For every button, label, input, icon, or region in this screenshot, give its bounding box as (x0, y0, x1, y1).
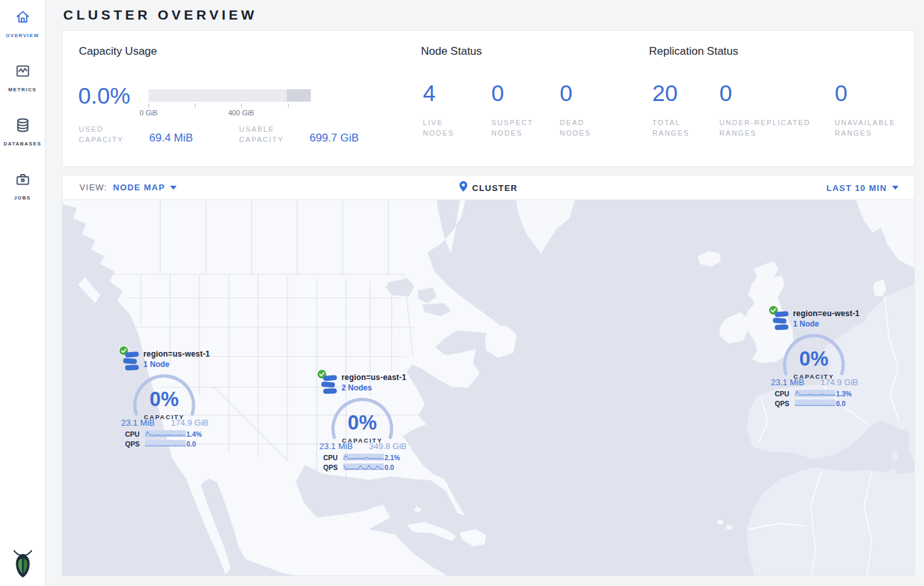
capacity-bar (149, 89, 311, 102)
suspect-nodes-stat: 0 SUSPECT NODES (491, 81, 545, 138)
dead-nodes-label: DEAD NODES (560, 117, 605, 138)
live-nodes-value: 4 (423, 81, 469, 104)
sidebar: OVERVIEW METRICS DATABASES (0, 0, 46, 586)
capacity-tick-label-400: 400 GiB (222, 109, 261, 117)
cluster-summary-card: Capacity Usage 0.0% 0 GiB 400 GiB USED C… (62, 30, 915, 167)
cpu-value: 2.1% (384, 454, 405, 461)
qps-sparkline (343, 463, 384, 470)
unavailable-ranges-label: UNAVAILABLE RANGES (835, 117, 906, 138)
breadcrumb[interactable]: CLUSTER (472, 183, 518, 193)
total-ranges-label: TOTAL RANGES (652, 117, 699, 138)
capacity-bar-ticks (149, 104, 311, 108)
total-ranges-value: 20 (652, 81, 699, 104)
node-count-label: 2 Nodes (341, 383, 372, 392)
node-map: region=us-west-1 1 Node 0% CAPACITY 23.1… (63, 200, 914, 576)
used-value: 23.1 MiB (121, 418, 154, 428)
metrics-icon (14, 63, 31, 82)
sidebar-item-overview[interactable]: OVERVIEW (0, 0, 45, 54)
main-content: CLUSTER OVERVIEW Capacity Usage 0.0% 0 G… (46, 0, 915, 586)
node-count-label: 1 Node (143, 360, 169, 369)
used-capacity-label: USED CAPACITY (79, 124, 139, 145)
page-title: CLUSTER OVERVIEW (63, 7, 906, 23)
node-status-title: Node Status (421, 45, 482, 58)
cpu-value: 1.3% (836, 390, 857, 398)
under-replicated-ranges-stat: 0 UNDER-REPLICATED RANGES (719, 81, 829, 138)
locality-marker-us-east-1[interactable]: region=us-east-1 2 Nodes 0% CAPACITY 23.… (317, 368, 409, 475)
live-nodes-label: LIVE NODES (423, 117, 469, 138)
gauge-percent: 0% (782, 347, 846, 371)
capacity-gauge: 0% CAPACITY (132, 374, 196, 437)
usable-value: 349.8 GiB (369, 441, 407, 451)
usable-capacity-label: USABLE CAPACITY (239, 124, 304, 145)
map-toolbar: VIEW: NODE MAP CLUSTER LAST 10 MIN (63, 175, 914, 200)
view-selector[interactable]: NODE MAP (113, 183, 177, 192)
capacity-usage-title: Capacity Usage (79, 45, 157, 58)
qps-sparkline (145, 440, 186, 447)
unavailable-ranges-value: 0 (835, 81, 906, 104)
node-map-card: VIEW: NODE MAP CLUSTER LAST 10 MIN (62, 175, 915, 576)
qps-value: 0.0 (384, 463, 405, 471)
sidebar-item-label: JOBS (14, 195, 31, 201)
view-selector-value: NODE MAP (113, 183, 166, 192)
suspect-nodes-label: SUSPECT NODES (491, 117, 545, 138)
qps-label: QPS (775, 400, 793, 407)
cockroachdb-logo (10, 548, 35, 582)
sidebar-item-label: METRICS (8, 87, 37, 93)
qps-value: 0.0 (836, 400, 857, 407)
sidebar-item-jobs[interactable]: JOBS (0, 162, 45, 216)
node-stack-icon (123, 351, 140, 374)
capacity-bar-other-segment (287, 89, 311, 102)
total-ranges-stat: 20 TOTAL RANGES (652, 81, 699, 138)
live-nodes-stat: 4 LIVE NODES (423, 81, 469, 138)
node-stack-icon (772, 311, 790, 334)
used-value: 23.1 MiB (319, 441, 353, 451)
dead-nodes-stat: 0 DEAD NODES (560, 81, 605, 138)
node-stack-icon (321, 375, 338, 398)
usable-value: 174.9 GiB (820, 377, 858, 387)
gauge-percent: 0% (330, 411, 394, 435)
qps-label: QPS (323, 463, 341, 471)
usable-value: 174.9 GiB (171, 418, 209, 428)
sidebar-item-metrics[interactable]: METRICS (0, 54, 45, 108)
region-label: region=eu-west-1 (793, 309, 859, 318)
home-icon (14, 8, 31, 28)
capacity-used-percent: 0.0% (78, 84, 130, 107)
cpu-label: CPU (775, 390, 793, 398)
used-capacity-value: 69.4 MiB (149, 132, 193, 145)
cpu-label: CPU (125, 430, 143, 438)
locality-marker-eu-west-1[interactable]: region=eu-west-1 1 Node 0% CAPACITY 23.1… (768, 304, 861, 411)
cpu-value: 1.4% (186, 430, 207, 438)
gauge-percent: 0% (132, 388, 196, 411)
cpu-label: CPU (323, 454, 341, 461)
locality-marker-us-west-1[interactable]: region=us-west-1 1 Node 0% CAPACITY 23.1… (119, 345, 211, 452)
under-replicated-ranges-value: 0 (719, 81, 829, 104)
suspect-nodes-value: 0 (491, 81, 545, 104)
sidebar-item-databases[interactable]: DATABASES (0, 108, 45, 162)
time-range-selector[interactable]: LAST 10 MIN (826, 175, 899, 200)
sidebar-item-label: OVERVIEW (6, 33, 40, 38)
capacity-tick-label-0: 0 GiB (129, 109, 168, 117)
unavailable-ranges-stat: 0 UNAVAILABLE RANGES (835, 81, 906, 138)
node-count-label: 1 Node (793, 319, 819, 329)
location-pin-icon (459, 181, 467, 194)
capacity-gauge: 0% CAPACITY (330, 397, 394, 461)
region-label: region=us-west-1 (143, 349, 210, 359)
dead-nodes-value: 0 (560, 81, 605, 104)
under-replicated-ranges-label: UNDER-REPLICATED RANGES (719, 117, 829, 138)
qps-value: 0.0 (186, 440, 207, 448)
chevron-down-icon (170, 186, 177, 190)
qps-sparkline (795, 400, 835, 406)
briefcase-icon (14, 171, 31, 190)
view-label: VIEW: (79, 183, 108, 192)
chevron-down-icon (892, 186, 899, 190)
replication-status-title: Replication Status (649, 45, 738, 58)
app-window: OVERVIEW METRICS DATABASES (0, 0, 924, 586)
cpu-sparkline (145, 430, 186, 437)
used-value: 23.1 MiB (771, 377, 804, 387)
cpu-sparkline (343, 454, 384, 460)
usable-capacity-value: 699.7 GiB (310, 132, 359, 145)
database-icon (14, 117, 31, 136)
cpu-sparkline (795, 390, 835, 396)
qps-label: QPS (125, 440, 143, 448)
region-label: region=us-east-1 (341, 373, 407, 382)
